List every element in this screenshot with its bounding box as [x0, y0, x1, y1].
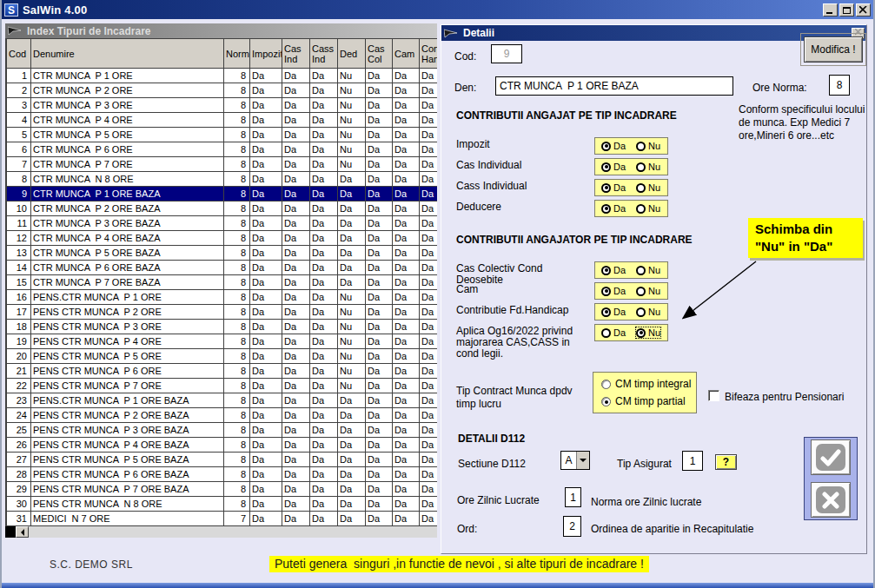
table-row[interactable]: 16PENS.CTR MUNCA P 1 ORE8DaDaDaNuDaDaDa	[7, 290, 438, 305]
dropdown-button[interactable]	[576, 452, 589, 469]
table-row[interactable]: 22PENS CTR MUNCA P 7 ORE8DaDaDaNuDaDaDa	[7, 379, 438, 393]
cell-value: Da	[282, 216, 310, 231]
ok-button[interactable]	[811, 439, 851, 475]
table-row[interactable]: 2CTR MUNCA P 2 ORE8DaDaDaNuDaDaDa	[7, 83, 438, 98]
cell-value: Da	[366, 98, 393, 113]
table-row[interactable]: 31MEDICI N 7 ORE7DaDaDaDaDaDaDa	[7, 512, 438, 526]
table-row[interactable]: 1CTR MUNCA P 1 ORE8DaDaDaNuDaDaDa	[7, 69, 438, 83]
radio-option-da[interactable]: Da	[601, 162, 626, 172]
cell-value: Da	[420, 408, 438, 423]
cell-value: Da	[310, 98, 338, 113]
radio-option-da[interactable]: Da	[601, 141, 626, 151]
ore-zilnic-field[interactable]: 1	[565, 487, 581, 507]
modifica-button[interactable]: Modifica !	[804, 36, 863, 63]
table-row[interactable]: 20PENS CTR MUNCA P 5 ORE8DaDaDaNuDaDaDa	[7, 349, 438, 364]
radio-option-nu[interactable]: Nu	[636, 162, 660, 172]
cell-value: 8	[224, 261, 250, 275]
table-row[interactable]: 30PENS CTR MUNCA N 8 ORE8DaDaDaDaDaDaDa	[7, 497, 438, 512]
table-row[interactable]: 19PENS CTR MUNCA P 4 ORE8DaDaDaNuDaDaDa	[7, 334, 438, 349]
table-row[interactable]: 6CTR MUNCA P 6 ORE8DaDaDaNuDaDaDa	[7, 142, 438, 157]
table-row[interactable]: 24PENS CTR MUNCA P 2 ORE BAZA8DaDaDaDaDa…	[7, 408, 438, 423]
pensionari-checkbox-label: Bifeaza pentru Pensionari	[725, 391, 844, 403]
table-row[interactable]: 21PENS CTR MUNCA P 6 ORE8DaDaDaNuDaDaDa	[7, 364, 438, 379]
radio-option-nu[interactable]: Nu	[636, 327, 660, 338]
radio-option-nu[interactable]: Nu	[636, 307, 660, 317]
table-row[interactable]: 4CTR MUNCA P 4 ORE8DaDaDaNuDaDaDa	[7, 113, 438, 128]
cell-value: Da	[250, 246, 282, 261]
cell-denumire: PENS CTR MUNCA P 5 ORE BAZA	[31, 453, 224, 467]
scroll-left-button[interactable]	[16, 526, 29, 538]
cell-value: Nu	[338, 69, 366, 83]
cell-value: Da	[366, 275, 393, 290]
table-row[interactable]: 5CTR MUNCA P 5 ORE8DaDaDaNuDaDaDa	[7, 128, 438, 142]
tip-asigurat-field[interactable]: 1	[682, 451, 703, 471]
cell-value: Nu	[338, 334, 366, 349]
table-row[interactable]: 23PENS.CTR MUNCA P 1 ORE BAZA8DaDaDaDaDa…	[7, 393, 438, 408]
close-button[interactable]	[856, 3, 871, 17]
cell-value: Da	[310, 128, 338, 142]
cell-value: Da	[310, 157, 338, 172]
table-row[interactable]: 13CTR MUNCA P 5 ORE BAZA8DaDaDaDaDaDaDa	[7, 246, 438, 261]
cm-radio-option[interactable]: CM timp integral	[601, 378, 696, 390]
radio-option-nu[interactable]: Nu	[636, 182, 660, 193]
radio-option-nu[interactable]: Nu	[636, 203, 660, 214]
table-row[interactable]: 27PENS CTR MUNCA P 5 ORE BAZA8DaDaDaDaDa…	[7, 453, 438, 467]
cell-value: Da	[366, 467, 393, 482]
table-row[interactable]: 18PENS CTR MUNCA P 3 ORE8DaDaDaNuDaDaDa	[7, 320, 438, 334]
cm-radio-option[interactable]: CM timp partial	[601, 395, 696, 407]
cell-cod: 14	[7, 261, 31, 275]
table-row[interactable]: 7CTR MUNCA P 7 ORE8DaDaDaNuDaDaDa	[7, 157, 438, 172]
radio-option-da[interactable]: Da	[601, 265, 626, 275]
radio-option-da[interactable]: Da	[601, 182, 626, 193]
help-button[interactable]: ?	[715, 454, 737, 470]
da-nu-radio-group: DaNu	[594, 324, 668, 341]
radio-icon	[601, 142, 611, 151]
cod-field[interactable]: 9	[491, 44, 522, 63]
den-field[interactable]: CTR MUNCA P 1 ORE BAZA	[495, 76, 733, 96]
table-row[interactable]: 11CTR MUNCA P 3 ORE BAZA8DaDaDaDaDaDaDa	[7, 216, 438, 231]
angajat-radio-rows: ImpozitDaNuCas IndividualDaNuCass Indivi…	[456, 137, 743, 221]
cell-value: Da	[310, 261, 338, 275]
table-row[interactable]: 12CTR MUNCA P 4 ORE BAZA8DaDaDaDaDaDaDa	[7, 231, 438, 246]
minimize-button[interactable]	[823, 3, 838, 17]
table-row[interactable]: 8CTR MUNCA N 8 ORE8DaDaDaDaDaDaDa	[7, 172, 438, 187]
cell-cod: 5	[7, 128, 31, 142]
radio-option-da[interactable]: Da	[601, 203, 626, 214]
table-row[interactable]: 17PENS CTR MUNCA P 2 ORE8DaDaDaNuDaDaDa	[7, 305, 438, 320]
table-horizontal-scrollbar[interactable]	[5, 526, 437, 538]
cell-value: Da	[282, 246, 310, 261]
radio-option-nu[interactable]: Nu	[636, 265, 660, 275]
cell-cod: 8	[7, 172, 31, 187]
table-row[interactable]: 28PENS CTR MUNCA P 6 ORE BAZA8DaDaDaDaDa…	[7, 467, 438, 482]
cell-value: 8	[224, 172, 250, 187]
radio-option-label: Da	[613, 265, 626, 275]
radio-option-da[interactable]: Da	[601, 286, 626, 296]
radio-option-da[interactable]: Da	[601, 307, 626, 317]
radio-option-da[interactable]: Da	[601, 327, 626, 338]
table-row[interactable]: 29PENS CTR MUNCA P 7 ORE BAZA8DaDaDaDaDa…	[7, 482, 438, 497]
table-row[interactable]: 15CTR MUNCA P 7 ORE BAZA8DaDaDaDaDaDaDa	[7, 275, 438, 290]
cell-denumire: PENS CTR MUNCA P 2 ORE BAZA	[31, 408, 224, 423]
cell-value: Da	[282, 231, 310, 246]
table-row[interactable]: 25PENS CTR MUNCA P 3 ORE BAZA8DaDaDaDaDa…	[7, 423, 438, 438]
table-row[interactable]: 10CTR MUNCA P 2 ORE BAZA8DaDaDaDaDaDaDa	[7, 202, 438, 216]
ore-norma-field[interactable]: 8	[829, 75, 850, 96]
cancel-button[interactable]	[811, 482, 851, 518]
table-row[interactable]: 14CTR MUNCA P 6 ORE BAZA8DaDaDaDaDaDaDa	[7, 261, 438, 275]
sectiune-d112-dropdown[interactable]: A	[560, 451, 590, 470]
cell-value: Nu	[338, 113, 366, 128]
ord-field[interactable]: 2	[563, 516, 581, 537]
table-row[interactable]: 26PENS CTR MUNCA P 4 ORE BAZA8DaDaDaDaDa…	[7, 438, 438, 453]
column-header: Cas Ind	[282, 39, 310, 69]
cell-value: 8	[224, 290, 250, 305]
radio-option-nu[interactable]: Nu	[636, 141, 660, 151]
cell-value: Da	[250, 69, 282, 83]
table-row[interactable]: 9CTR MUNCA P 1 ORE BAZA8DaDaDaDaDaDaDa	[7, 187, 438, 202]
cell-value: Da	[338, 246, 366, 261]
cell-value: Da	[250, 157, 282, 172]
pensionari-checkbox[interactable]	[708, 390, 719, 401]
maximize-button[interactable]	[839, 3, 854, 17]
callout-line2: "Nu" in "Da"	[755, 238, 856, 255]
radio-option-nu[interactable]: Nu	[636, 286, 660, 296]
table-row[interactable]: 3CTR MUNCA P 3 ORE8DaDaDaNuDaDaDa	[7, 98, 438, 113]
